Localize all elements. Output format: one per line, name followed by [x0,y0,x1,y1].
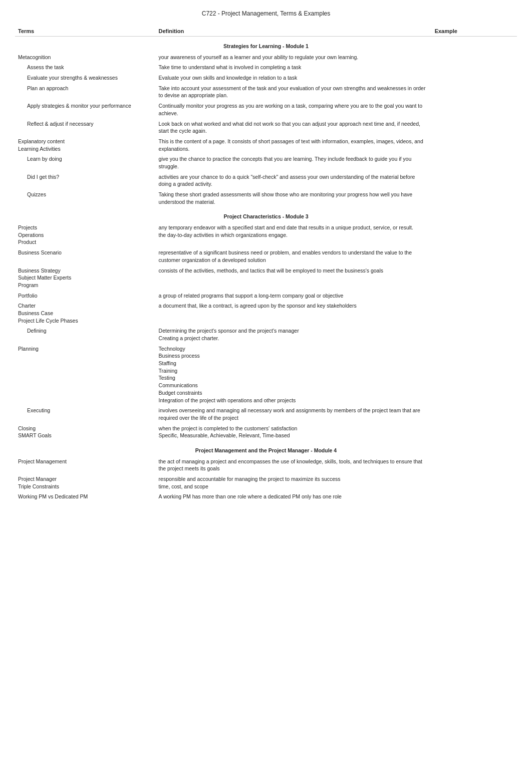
example-cell [432,247,517,265]
col-header-definition: Definition [156,26,432,37]
section-header-row: Project Management and the Project Manag… [15,441,517,456]
term-cell: Project Manager Triple Constraints [15,474,156,491]
definition-cell: Technology Business process Staffing Tra… [156,344,432,406]
term-cell: Metacognition [15,52,156,63]
table-row: Explanatory content Learning ActivitiesT… [15,136,517,154]
example-cell [432,456,517,474]
definition-cell: Taking these short graded assessments wi… [156,189,432,207]
term-cell: Evaluate your strengths & weaknesses [15,73,156,83]
definition-cell: Continually monitor your progress as you… [156,101,432,118]
term-cell: Reflect & adjust if necessary [15,119,156,136]
example-cell [432,491,517,502]
term-cell: Apply strategies & monitor your performa… [15,101,156,118]
definition-cell: consists of the activities, methods, and… [156,266,432,291]
term-cell: Quizzes [15,189,156,207]
definition-cell: Take time to understand what is involved… [156,62,432,73]
example-cell [432,136,517,154]
table-row: Charter Business Case Project Life Cycle… [15,301,517,326]
term-cell: Charter Business Case Project Life Cycle… [15,301,156,326]
table-row: Evaluate your strengths & weaknessesEval… [15,73,517,83]
example-cell [432,73,517,83]
term-cell: Plan an approach [15,83,156,101]
table-row: DefiningDetermining the project's sponso… [15,326,517,343]
table-row: Did I get this?activities are your chanc… [15,172,517,189]
example-cell [432,119,517,136]
term-cell: Did I get this? [15,172,156,189]
table-header-row: Terms Definition Example [15,26,517,37]
definition-cell: involves overseeing and managing all nec… [156,405,432,423]
term-cell: Planning [15,344,156,406]
table-row: Learn by doinggive you the chance to pra… [15,154,517,171]
term-cell: Business Scenario [15,247,156,265]
example-cell [432,83,517,101]
example-cell [432,474,517,491]
table-row: Plan an approachTake into account your a… [15,83,517,101]
term-cell: Working PM vs Dedicated PM [15,491,156,502]
section-header-label: Project Characteristics - Module 3 [15,207,517,222]
section-header-label: Project Management and the Project Manag… [15,441,517,456]
table-row: Working PM vs Dedicated PMA working PM h… [15,491,517,502]
example-cell [432,172,517,189]
definition-cell: Take into account your assessment of the… [156,83,432,101]
term-cell: Project Management [15,456,156,474]
definition-cell: responsible and accountable for managing… [156,474,432,491]
example-cell [432,101,517,118]
definition-cell: Evaluate your own skills and knowledge i… [156,73,432,83]
example-cell [432,189,517,207]
table-row: Project Managementthe act of managing a … [15,456,517,474]
definition-cell: activities are your chance to do a quick… [156,172,432,189]
example-cell [432,52,517,63]
section-header-label: Strategies for Learning - Module 1 [15,37,517,52]
definition-cell: Look back on what worked and what did no… [156,119,432,136]
term-cell: Assess the task [15,62,156,73]
term-cell: Executing [15,405,156,423]
example-cell [432,291,517,301]
table-row: Metacognitionyour awareness of yourself … [15,52,517,63]
section-header-row: Project Characteristics - Module 3 [15,207,517,222]
term-cell: Business Strategy Subject Matter Experts… [15,266,156,291]
main-table: Terms Definition Example Strategies for … [15,26,517,502]
term-cell: Learn by doing [15,154,156,171]
table-row: Closing SMART Goalswhen the project is c… [15,423,517,441]
table-row: PlanningTechnology Business process Staf… [15,344,517,406]
definition-cell: when the project is completed to the cus… [156,423,432,441]
definition-cell: a document that, like a contract, is agr… [156,301,432,326]
definition-cell: Determining the project's sponsor and th… [156,326,432,343]
table-row: Projects Operations Productany temporary… [15,222,517,247]
definition-cell: representative of a significant business… [156,247,432,265]
term-cell: Defining [15,326,156,343]
example-cell [432,62,517,73]
example-cell [432,423,517,441]
table-row: Assess the taskTake time to understand w… [15,62,517,73]
example-cell [432,405,517,423]
term-cell: Portfolio [15,291,156,301]
definition-cell: A working PM has more than one role wher… [156,491,432,502]
table-row: Reflect & adjust if necessaryLook back o… [15,119,517,136]
section-header-row: Strategies for Learning - Module 1 [15,37,517,52]
table-row: Executinginvolves overseeing and managin… [15,405,517,423]
example-cell [432,344,517,406]
example-cell [432,266,517,291]
example-cell [432,301,517,326]
definition-cell: the act of managing a project and encomp… [156,456,432,474]
term-cell: Closing SMART Goals [15,423,156,441]
table-row: Project Manager Triple Constraintsrespon… [15,474,517,491]
definition-cell: any temporary endeavor with a specified … [156,222,432,247]
example-cell [432,222,517,247]
term-cell: Projects Operations Product [15,222,156,247]
table-row: Apply strategies & monitor your performa… [15,101,517,118]
definition-cell: a group of related programs that support… [156,291,432,301]
definition-cell: This is the content of a page. It consis… [156,136,432,154]
example-cell [432,326,517,343]
definition-cell: give you the chance to practice the conc… [156,154,432,171]
page-title: C722 - Project Management, Terms & Examp… [15,10,517,17]
table-row: Business Scenariorepresentative of a sig… [15,247,517,265]
table-row: Portfolioa group of related programs tha… [15,291,517,301]
col-header-example: Example [432,26,517,37]
table-row: QuizzesTaking these short graded assessm… [15,189,517,207]
col-header-terms: Terms [15,26,156,37]
table-row: Business Strategy Subject Matter Experts… [15,266,517,291]
definition-cell: your awareness of yourself as a learner … [156,52,432,63]
term-cell: Explanatory content Learning Activities [15,136,156,154]
example-cell [432,154,517,171]
